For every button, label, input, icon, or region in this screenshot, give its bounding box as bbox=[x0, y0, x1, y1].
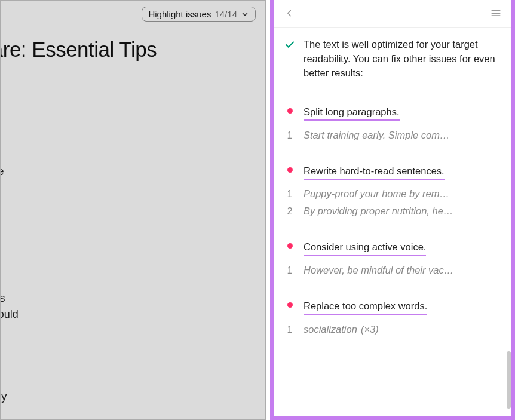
document-line: re your new pet grows up healthy and bbox=[1, 197, 257, 214]
check-icon bbox=[284, 38, 295, 81]
issue-item-text: Start training early. Simple com… bbox=[304, 130, 501, 141]
document-paragraph: alance of nutrients to support this rapi… bbox=[1, 274, 257, 324]
chevron-left-icon bbox=[284, 8, 295, 19]
issue-item-number: 1 bbox=[284, 189, 295, 200]
issue-dot-icon bbox=[284, 239, 295, 249]
document-line: ur family. These small furry creatures a… bbox=[1, 164, 257, 180]
issue-dot-icon bbox=[284, 163, 295, 173]
document-title: Care: Essential Tips bbox=[1, 38, 257, 86]
issue-item-number: 1 bbox=[284, 324, 295, 335]
issue-title: Rewrite hard-to-read sentences. bbox=[304, 165, 445, 180]
status-block: The text is well optimized for your targ… bbox=[274, 28, 511, 93]
document-paragraph: ur family. These small furry creatures a… bbox=[1, 164, 257, 214]
document-line: sits for vaccinations and check-ups. Ear… bbox=[1, 389, 257, 406]
issue-title: Replace too complex words. bbox=[304, 301, 427, 315]
scrollbar-track[interactable] bbox=[505, 0, 511, 416]
document-line: roughout the day. Fresh, clean water sho… bbox=[1, 306, 257, 323]
highlight-label: Highlight issues bbox=[148, 9, 211, 19]
issue-item[interactable]: 1 Start training early. Simple com… bbox=[284, 130, 501, 141]
issue-item-text: Puppy-proof your home by rem… bbox=[304, 188, 501, 200]
document-line: pecially when they are young. Here's a bbox=[1, 180, 257, 197]
issue-item-text: socialization(×3) bbox=[304, 324, 501, 335]
issues-panel: The text is well optimized for your targ… bbox=[274, 0, 511, 416]
issue-dot-icon bbox=[284, 104, 295, 114]
chevron-down-icon bbox=[241, 10, 249, 19]
issues-panel-frame: The text is well optimized for your targ… bbox=[270, 0, 515, 420]
menu-button[interactable] bbox=[489, 6, 503, 20]
issue-block[interactable]: Replace too complex words. 1 socializati… bbox=[274, 287, 511, 346]
issue-title: Split long paragraphs. bbox=[304, 106, 400, 121]
issue-block[interactable]: Split long paragraphs. 1 Start training … bbox=[274, 93, 511, 152]
issue-head: Replace too complex words. bbox=[284, 298, 501, 315]
document-paragraph: sits for vaccinations and check-ups. Ear… bbox=[1, 389, 257, 406]
issue-item-number: 1 bbox=[284, 130, 295, 141]
highlight-count: 14/14 bbox=[214, 9, 237, 19]
panel-header bbox=[274, 0, 511, 28]
issue-head: Consider using active voice. bbox=[284, 239, 501, 256]
issue-item-number: 1 bbox=[284, 265, 295, 276]
issue-head: Split long paragraphs. bbox=[284, 104, 501, 121]
scrollbar-thumb[interactable] bbox=[507, 351, 511, 409]
issue-item[interactable]: 1 Puppy-proof your home by rem… bbox=[284, 188, 501, 200]
document-line: alance of nutrients to support this rapi… bbox=[1, 274, 257, 290]
issue-block[interactable]: Rewrite hard-to-read sentences. 1 Puppy-… bbox=[274, 152, 511, 229]
issue-head: Rewrite hard-to-read sentences. bbox=[284, 163, 501, 180]
issue-item-multiplier: (×3) bbox=[361, 324, 379, 335]
highlight-issues-button[interactable]: Highlight issues 14/14 bbox=[142, 7, 256, 22]
document-line: ended by your vet. Remember, a puppy's bbox=[1, 290, 257, 307]
issue-item-number: 2 bbox=[284, 206, 295, 217]
status-text: The text is well optimized for your targ… bbox=[304, 38, 501, 81]
issue-item-text: However, be mindful of their vac… bbox=[304, 265, 501, 276]
document-toolbar: Highlight issues 14/14 bbox=[1, 1, 265, 26]
panel-body[interactable]: The text is well optimized for your targ… bbox=[274, 28, 511, 416]
issue-item-text: By providing proper nutrition, he… bbox=[304, 206, 501, 217]
document-pane: Highlight issues 14/14 Care: Essential T… bbox=[0, 0, 266, 420]
issue-item[interactable]: 1 socialization(×3) bbox=[284, 324, 501, 335]
back-button[interactable] bbox=[282, 6, 296, 20]
issue-title: Consider using active voice. bbox=[304, 241, 426, 256]
issue-item[interactable]: 2 By providing proper nutrition, he… bbox=[284, 206, 501, 217]
issue-dot-icon bbox=[284, 298, 295, 308]
hamburger-icon bbox=[490, 7, 502, 19]
document-body: Care: Essential Tips ur family. These sm… bbox=[1, 26, 266, 406]
issue-item[interactable]: 1 However, be mindful of their vac… bbox=[284, 265, 501, 276]
issue-block[interactable]: Consider using active voice. 1 However, … bbox=[274, 228, 511, 287]
